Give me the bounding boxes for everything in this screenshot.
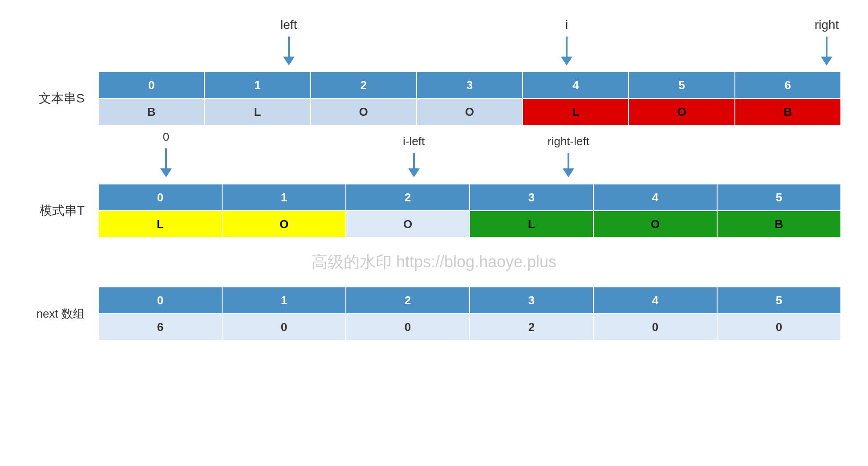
t-idx-1: 1: [222, 184, 346, 211]
s-idx-5: 5: [629, 72, 734, 98]
i-left-arrow-shaft: [413, 153, 415, 168]
t-idx-2: 2: [346, 184, 470, 211]
next-array-section: next 数组 0 1 2 3 4 5 6 0 0 2 0 0: [27, 286, 841, 341]
s-val-4: L: [523, 98, 629, 125]
right-arrow-shaft: [826, 37, 827, 57]
string-t-index-row: 0 1 2 3 4 5: [98, 184, 841, 211]
left-arrow-head: [283, 57, 295, 65]
s-idx-6: 6: [735, 72, 841, 98]
right-left-arrow-shaft: [568, 153, 569, 168]
i-label: i: [565, 18, 568, 32]
t-val-4: O: [593, 211, 717, 237]
t-idx-3: 3: [470, 184, 593, 211]
string-s-index-row: 0 1 2 3 4 5 6: [98, 72, 841, 98]
right-left-pointer: right-left: [548, 135, 589, 177]
next-idx-0: 0: [98, 287, 222, 314]
s-val-6: B: [735, 98, 841, 125]
right-label: right: [815, 18, 839, 32]
next-val-0: 6: [98, 314, 222, 340]
s-val-5: O: [629, 98, 734, 125]
i-left-arrow-head: [408, 168, 420, 177]
t-val-3: L: [470, 211, 593, 237]
left-pointer: left: [280, 18, 297, 65]
right-left-arrow-head: [563, 168, 574, 177]
s-val-1: L: [204, 98, 310, 125]
string-s-table: 0 1 2 3 4 5 6 B L O O L O B: [98, 71, 841, 126]
next-idx-1: 1: [222, 287, 346, 314]
next-val-5: 0: [717, 314, 841, 340]
next-idx-3: 3: [470, 287, 593, 314]
right-left-label: right-left: [548, 135, 589, 148]
zero-pointer: 0: [160, 130, 172, 177]
i-left-label: i-left: [403, 135, 425, 148]
next-val-2: 0: [346, 314, 470, 340]
i-arrow-head: [561, 57, 572, 65]
left-label: left: [280, 18, 297, 32]
next-idx-4: 4: [593, 287, 717, 314]
zero-arrow-head: [160, 168, 172, 177]
string-t-label: 模式串T: [27, 202, 98, 219]
s-val-0: B: [98, 98, 204, 125]
t-idx-4: 4: [593, 184, 717, 211]
next-val-1: 0: [222, 314, 346, 340]
i-arrow-shaft: [566, 37, 568, 57]
t-idx-5: 5: [717, 184, 841, 211]
string-s-value-row: B L O O L O B: [98, 98, 841, 125]
i-left-pointer: i-left: [403, 135, 425, 177]
s-idx-1: 1: [204, 72, 310, 98]
next-array-table: 0 1 2 3 4 5 6 0 0 2 0 0: [98, 286, 841, 341]
s-idx-3: 3: [417, 72, 523, 98]
next-value-row: 6 0 0 2 0 0: [98, 314, 841, 340]
next-idx-2: 2: [346, 287, 470, 314]
string-t-section: 模式串T 0 1 2 3 4 5 L O O L O B: [27, 184, 841, 238]
t-val-2: O: [346, 211, 470, 237]
s-idx-2: 2: [311, 72, 417, 98]
next-index-row: 0 1 2 3 4 5: [98, 287, 841, 314]
s-idx-4: 4: [523, 72, 629, 98]
string-t-table: 0 1 2 3 4 5 L O O L O B: [98, 184, 841, 238]
next-val-3: 2: [470, 314, 593, 340]
watermark: 高级的水印 https://blog.haoye.plus: [27, 251, 841, 273]
t-val-0: L: [98, 211, 222, 237]
zero-arrow-shaft: [165, 148, 167, 168]
string-s-label: 文本串S: [27, 90, 98, 107]
s-val-3: O: [417, 98, 523, 125]
t-idx-0: 0: [98, 184, 222, 211]
string-s-section: 文本串S 0 1 2 3 4 5 6 B L O O L O B: [27, 71, 841, 126]
next-idx-5: 5: [717, 287, 841, 314]
string-t-value-row: L O O L O B: [98, 211, 841, 237]
s-val-2: O: [311, 98, 417, 125]
next-label: next 数组: [27, 306, 98, 322]
right-arrow-head: [821, 57, 832, 65]
left-arrow-shaft: [288, 37, 290, 57]
i-pointer: i: [561, 18, 572, 65]
t-val-5: B: [717, 211, 841, 237]
next-val-4: 0: [593, 314, 717, 340]
s-idx-0: 0: [98, 72, 204, 98]
zero-label: 0: [163, 130, 169, 144]
t-val-1: O: [222, 211, 346, 237]
right-pointer: right: [815, 18, 839, 65]
